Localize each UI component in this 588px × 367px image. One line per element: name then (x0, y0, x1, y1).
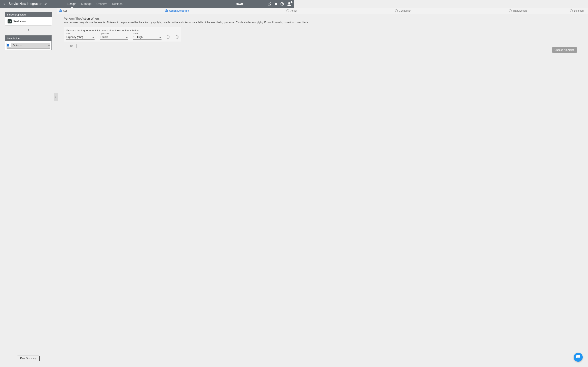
collapse-sidebar-button[interactable] (54, 93, 58, 101)
section-description: You can selectively choose the events of… (64, 21, 294, 24)
operation-select[interactable]: Equals (100, 35, 128, 40)
svg-point-2 (288, 2, 290, 4)
topbar: ServiceNow integration Design Manage Obs… (0, 0, 294, 8)
edit-icon[interactable] (44, 2, 47, 5)
warning-icon (290, 1, 293, 4)
top-tabs: Design Manage Observe Recipes (67, 0, 122, 8)
tab-recipes[interactable]: Recipes (112, 0, 122, 8)
trigger-card-title: Incident Updated (5, 12, 52, 17)
condition-box: Process the trigger event if it meets al… (64, 27, 181, 42)
step-app[interactable]: App (59, 9, 67, 12)
condition-lead: Process the trigger event if it meets al… (66, 29, 178, 32)
remove-condition-button[interactable] (167, 35, 169, 39)
step-radio-icon (59, 9, 62, 12)
value-select[interactable]: 1 - High (133, 35, 162, 40)
value-label: Value (133, 33, 162, 35)
trigger-card[interactable]: Incident Updated now ServiceNow (5, 12, 52, 26)
section-heading: Perform The Action When: (64, 17, 294, 20)
tab-observe[interactable]: Observe (96, 0, 107, 8)
step-action[interactable]: Action (286, 9, 294, 12)
account-icon[interactable] (287, 1, 292, 6)
action-card-title: New Action (7, 37, 20, 40)
tab-manage[interactable]: Manage (81, 0, 92, 8)
back-icon[interactable] (3, 2, 7, 6)
status-draft: Draft (236, 0, 243, 8)
svg-point-1 (282, 5, 282, 5)
help-icon[interactable] (280, 2, 284, 6)
servicenow-icon: now (8, 19, 12, 24)
step-bar: App Action Execution Action Connection T… (57, 8, 294, 14)
outlook-icon: O (7, 43, 11, 48)
page-title: ServiceNow integration (9, 2, 42, 6)
tab-design[interactable]: Design (67, 0, 76, 8)
expand-chevrons-icon[interactable] (5, 29, 52, 32)
item-select[interactable]: Urgency (abc) (66, 35, 95, 40)
action-card[interactable]: New Action O Outlook (5, 35, 52, 50)
step-action-execution[interactable]: Action Execution (165, 9, 189, 12)
or-button[interactable]: OR (67, 44, 77, 48)
add-condition-button[interactable] (176, 35, 179, 39)
step-radio-icon (286, 9, 289, 12)
operation-label: Operation (100, 33, 128, 35)
svg-point-5 (49, 39, 49, 39)
action-app-row[interactable]: O Outlook (7, 43, 50, 49)
svg-point-3 (49, 37, 49, 37)
kebab-icon[interactable] (49, 37, 49, 40)
step-separator (192, 11, 284, 11)
bell-icon[interactable] (274, 2, 278, 6)
step-radio-icon (165, 9, 168, 12)
main-content: Perform The Action When: You can selecti… (57, 14, 294, 184)
trigger-app-label: ServiceNow (13, 20, 26, 23)
trigger-app-row[interactable]: now ServiceNow (6, 18, 51, 24)
open-external-icon[interactable] (268, 2, 272, 6)
sidebar: Incident Updated now ServiceNow New Acti… (0, 8, 57, 184)
action-card-header: New Action (5, 35, 52, 42)
action-app-label: Outlook (13, 44, 22, 47)
step-separator (70, 11, 162, 11)
item-label: Item (66, 33, 95, 35)
svg-point-4 (49, 38, 49, 38)
